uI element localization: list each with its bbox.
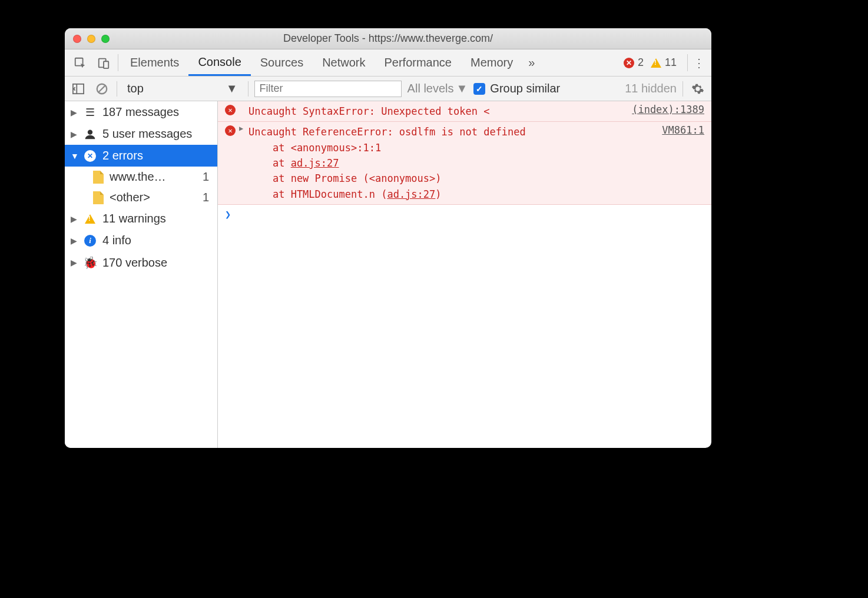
warning-count: 11 bbox=[665, 57, 677, 69]
devtools-tabbar: Elements Console Sources Network Perform… bbox=[65, 49, 711, 77]
clear-console-icon[interactable] bbox=[93, 80, 111, 98]
separator bbox=[248, 81, 249, 97]
svg-line-6 bbox=[99, 85, 105, 92]
log-source-link[interactable]: (index):1389 bbox=[626, 104, 704, 119]
info-icon: i bbox=[84, 235, 97, 247]
console-log-panel: ✕ Uncaught SyntaxError: Unexpected token… bbox=[218, 101, 711, 448]
sidebar-item-label: 5 user messages bbox=[102, 127, 192, 141]
context-value: top bbox=[127, 82, 144, 95]
warning-icon bbox=[84, 214, 97, 224]
separator bbox=[687, 54, 688, 71]
console-error-row[interactable]: ✕ Uncaught SyntaxError: Unexpected token… bbox=[218, 101, 711, 122]
separator bbox=[683, 81, 683, 97]
toggle-sidebar-icon[interactable] bbox=[69, 80, 87, 98]
list-icon: ☰ bbox=[84, 106, 97, 119]
sidebar-item-errors[interactable]: ▼ ✕ 2 errors bbox=[65, 145, 217, 167]
devtools-window: Developer Tools - https://www.theverge.c… bbox=[65, 28, 711, 448]
tab-elements[interactable]: Elements bbox=[121, 49, 188, 76]
minimize-window-button[interactable] bbox=[87, 35, 95, 43]
filter-input[interactable] bbox=[254, 81, 402, 97]
group-similar-checkbox[interactable]: ✓ Group similar bbox=[473, 82, 560, 95]
sidebar-subitem[interactable]: www.the… 1 bbox=[65, 167, 217, 187]
error-icon: ✕ bbox=[225, 105, 236, 115]
tabs-overflow-button[interactable]: » bbox=[522, 49, 541, 76]
group-similar-label: Group similar bbox=[490, 82, 560, 95]
console-content: ▶ ☰ 187 messages ▶ 5 user messages ▼ ✕ 2… bbox=[65, 101, 711, 448]
console-toolbar: top ▼ All levels ▼ ✓ Group similar 11 hi… bbox=[65, 77, 711, 101]
device-toolbar-icon[interactable] bbox=[92, 49, 115, 76]
chevron-down-icon: ▼ bbox=[226, 82, 238, 95]
caret-down-icon: ▼ bbox=[71, 151, 78, 161]
sidebar-item-info[interactable]: ▶ i 4 info bbox=[65, 230, 217, 251]
log-levels-select[interactable]: All levels ▼ bbox=[408, 82, 468, 95]
caret-right-icon: ▶ bbox=[71, 129, 78, 139]
sidebar-item-user-messages[interactable]: ▶ 5 user messages bbox=[65, 123, 217, 145]
sidebar-subitem[interactable]: <other> 1 bbox=[65, 187, 217, 208]
console-prompt[interactable]: ❯ bbox=[218, 205, 711, 224]
expand-trace-icon[interactable]: ▶ bbox=[239, 124, 243, 132]
zoom-window-button[interactable] bbox=[101, 35, 110, 43]
sidebar-item-all-messages[interactable]: ▶ ☰ 187 messages bbox=[65, 101, 217, 123]
separator bbox=[117, 81, 117, 97]
svg-rect-2 bbox=[104, 61, 108, 68]
caret-right-icon: ▶ bbox=[71, 214, 78, 224]
window-controls bbox=[65, 35, 110, 43]
file-icon bbox=[93, 171, 104, 184]
sidebar-item-label: 4 info bbox=[102, 234, 131, 247]
file-icon bbox=[93, 191, 104, 204]
sidebar-item-label: 170 verbose bbox=[102, 256, 167, 270]
chevron-down-icon: ▼ bbox=[456, 82, 468, 95]
execution-context-select[interactable]: top ▼ bbox=[123, 80, 242, 97]
user-icon bbox=[84, 128, 97, 140]
tab-performance[interactable]: Performance bbox=[375, 49, 462, 76]
settings-menu-button[interactable]: ⋮ bbox=[690, 49, 708, 76]
hidden-messages-count[interactable]: 11 hidden bbox=[625, 82, 677, 95]
separator bbox=[118, 54, 118, 71]
sidebar-subitem-count: 1 bbox=[203, 170, 217, 184]
caret-right-icon: ▶ bbox=[71, 258, 78, 267]
levels-label: All levels bbox=[408, 82, 454, 95]
error-count: 2 bbox=[638, 57, 644, 69]
svg-point-7 bbox=[88, 129, 92, 134]
sidebar-subitem-count: 1 bbox=[203, 191, 217, 204]
console-settings-icon[interactable] bbox=[689, 80, 707, 98]
log-source-link[interactable]: VM861:1 bbox=[656, 124, 704, 202]
svg-rect-3 bbox=[73, 84, 84, 93]
sidebar-item-warnings[interactable]: ▶ 11 warnings bbox=[65, 208, 217, 230]
log-message: Uncaught ReferenceError: osdlfm is not d… bbox=[249, 124, 656, 202]
warning-icon bbox=[651, 58, 661, 68]
tab-console[interactable]: Console bbox=[188, 49, 250, 76]
console-sidebar: ▶ ☰ 187 messages ▶ 5 user messages ▼ ✕ 2… bbox=[65, 101, 218, 448]
log-message: Uncaught SyntaxError: Unexpected token < bbox=[249, 104, 626, 119]
tab-sources[interactable]: Sources bbox=[251, 49, 313, 76]
console-error-row[interactable]: ✕ ▶ Uncaught ReferenceError: osdlfm is n… bbox=[218, 122, 711, 205]
checkbox-checked-icon: ✓ bbox=[473, 83, 485, 95]
sidebar-item-verbose[interactable]: ▶ 🐞 170 verbose bbox=[65, 251, 217, 274]
sidebar-subitem-label: www.the… bbox=[110, 170, 166, 184]
error-icon: ✕ bbox=[84, 150, 97, 162]
caret-right-icon: ▶ bbox=[71, 236, 78, 245]
sidebar-item-label: 11 warnings bbox=[102, 212, 166, 225]
titlebar: Developer Tools - https://www.theverge.c… bbox=[65, 28, 711, 49]
window-title: Developer Tools - https://www.theverge.c… bbox=[65, 32, 711, 45]
sidebar-subitem-label: <other> bbox=[110, 191, 150, 204]
caret-right-icon: ▶ bbox=[71, 108, 78, 117]
sidebar-item-label: 2 errors bbox=[102, 149, 143, 162]
tab-network[interactable]: Network bbox=[313, 49, 375, 76]
panel-tabs: Elements Console Sources Network Perform… bbox=[121, 49, 541, 76]
prompt-icon: ❯ bbox=[225, 208, 231, 220]
error-icon: ✕ bbox=[225, 125, 236, 136]
tab-memory[interactable]: Memory bbox=[461, 49, 522, 76]
error-icon: ✕ bbox=[624, 58, 634, 68]
close-window-button[interactable] bbox=[73, 35, 81, 43]
inspect-element-icon[interactable] bbox=[68, 49, 92, 76]
sidebar-item-label: 187 messages bbox=[102, 105, 179, 119]
bug-icon: 🐞 bbox=[84, 255, 97, 270]
error-warning-badges[interactable]: ✕ 2 11 bbox=[620, 49, 685, 76]
